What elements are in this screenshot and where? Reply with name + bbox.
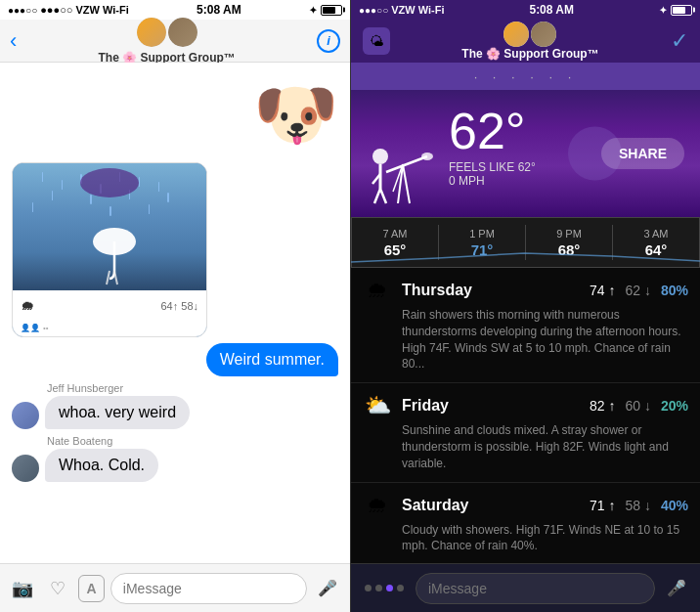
bluetooth-icon-right: ✦	[659, 5, 667, 16]
weather-nav-title: The 🌸 Support Group™	[461, 22, 598, 61]
wind-speed-label: 0 MPH	[449, 174, 680, 188]
avatar-1	[137, 18, 166, 47]
hourly-item-1: 1 PM 71°	[439, 224, 525, 262]
bluetooth-icon: ✦	[309, 5, 317, 16]
svg-line-2	[107, 271, 109, 284]
friday-icon: ⛅	[363, 393, 392, 418]
dot-2[interactable]	[375, 585, 382, 591]
sender-name-nate: Nate Boateng	[47, 435, 338, 447]
weather-card-hilo: 64↑ 58↓	[160, 296, 198, 314]
sender-name-jeff: Jeff Hunsberger	[47, 382, 338, 394]
main-weather-display: 62° FEELS LIKE 62° 0 MPH SHARE	[351, 90, 700, 217]
weather-card-temp: 🌧	[21, 298, 33, 313]
astronomer-figure	[359, 135, 437, 213]
info-button[interactable]: i	[317, 29, 340, 53]
daily-row-friday: ⛅ Friday 82 ↑ 60 ↓ 20% Sunshine and clou…	[351, 383, 700, 482]
heart-button[interactable]: ♡	[43, 573, 72, 604]
signal-icon-right: ●●●○○	[359, 5, 388, 16]
saturday-desc: Cloudy with showers. High 71F. Winds NE …	[402, 522, 688, 555]
dot-4[interactable]	[397, 585, 404, 591]
thursday-lo: 62 ↓	[626, 283, 651, 298]
nate-message: Nate Boateng Whoa. Cold.	[12, 435, 338, 482]
page-dots	[359, 585, 410, 591]
battery-icon	[321, 5, 342, 16]
nav-bar-left: ‹ The 🌸 Support Group™ i	[0, 20, 350, 63]
weather-nav-avatars	[503, 22, 556, 47]
left-imessage-panel: ●●●○○ ●●●○○ VZW Wi-Fi 5:08 AM ✦ ‹ The 🌸 …	[0, 0, 350, 612]
thursday-desc: Rain showers this morning with numerous …	[402, 307, 688, 372]
hourly-strip: 7 AM 65° 1 PM 71° 9 PM 68° 3 AM 64°	[351, 217, 700, 268]
right-weather-panel: ●●●○○ VZW Wi-Fi 5:08 AM ✦ 🌤 The 🌸 Suppor…	[351, 0, 700, 612]
weather-nav: 🌤 The 🌸 Support Group™ ✓	[351, 20, 700, 63]
svg-line-9	[386, 156, 427, 172]
svg-line-7	[374, 189, 380, 203]
daily-row-thursday: 🌧 Thursday 74 ↑ 62 ↓ 80% Rain showers th…	[351, 268, 700, 383]
nate-bubble: Whoa. Cold.	[45, 449, 158, 482]
saturday-pct: 40%	[661, 498, 688, 513]
dot-3[interactable]	[386, 585, 393, 591]
time-right: 5:08 AM	[529, 3, 574, 17]
mic-button[interactable]: 🎤	[313, 573, 342, 604]
time-display: 5:08 AM	[197, 3, 241, 17]
daily-forecast-scroll[interactable]: 🌧 Thursday 74 ↑ 62 ↓ 80% Rain showers th…	[351, 268, 700, 563]
friday-desc: Sunshine and clouds mixed. A stray showe…	[402, 422, 688, 471]
sticker-emoji: 🐶	[253, 80, 338, 149]
saturday-hi: 71 ↑	[590, 498, 615, 513]
dot-1[interactable]	[365, 585, 372, 591]
message-input[interactable]	[110, 573, 307, 604]
status-left: ●●●○○ ●●●○○ VZW Wi-Fi	[8, 4, 129, 16]
hourly-item-3: 3 AM 64°	[613, 224, 699, 262]
signal-icon: ●●●○○	[8, 5, 37, 16]
friday-lo: 60 ↓	[626, 398, 651, 414]
jeff-avatar	[12, 402, 39, 429]
svg-line-3	[114, 271, 117, 284]
mic-button-right[interactable]: 🎤	[661, 573, 692, 604]
jeff-bubble: whoa. very weird	[45, 396, 190, 429]
saturday-icon: 🌧	[363, 493, 392, 518]
svg-point-10	[421, 153, 433, 160]
avatar-2	[168, 18, 197, 47]
friday-hi: 82 ↑	[590, 398, 615, 414]
thursday-name: Thursday	[402, 282, 580, 299]
status-bar-right: ●●●○○ VZW Wi-Fi 5:08 AM ✦	[351, 0, 700, 20]
sticker-message: 🐶	[12, 80, 338, 149]
umbrella-figure	[90, 224, 129, 283]
status-right-right: ✦	[659, 5, 692, 16]
saturday-name: Saturday	[402, 497, 580, 514]
back-button[interactable]: ‹	[10, 28, 17, 54]
jeff-message: Jeff Hunsberger whoa. very weird	[12, 382, 338, 429]
thursday-pct: 80%	[661, 283, 688, 298]
apps-button[interactable]: A	[78, 575, 105, 602]
hourly-strip-wrapper: 7 AM 65° 1 PM 71° 9 PM 68° 3 AM 64°	[351, 217, 700, 268]
hourly-item-0: 7 AM 65°	[352, 224, 438, 262]
weather-card-bottom: 🌧 64↑ 58↓	[13, 290, 206, 320]
svg-point-4	[372, 149, 388, 164]
avatar-right-1	[503, 22, 529, 47]
share-button[interactable]: SHARE	[601, 138, 684, 169]
check-button[interactable]: ✓	[671, 28, 688, 54]
input-bar-left: 📷 ♡ A 🎤	[0, 563, 350, 612]
tab-bar-right: 🎤	[351, 563, 700, 612]
messages-area: 🐶	[0, 63, 350, 563]
weather-card-icons: 👤👤 ••	[13, 320, 206, 336]
saturday-lo: 58 ↓	[626, 498, 651, 513]
outgoing-bubble: Weird summer.	[206, 343, 338, 376]
weather-card-top	[13, 163, 206, 290]
camera-button[interactable]: 📷	[8, 573, 37, 604]
carrier-label: ●●●○○ VZW Wi-Fi	[40, 4, 129, 16]
friday-name: Friday	[402, 397, 580, 415]
nate-avatar	[12, 455, 39, 482]
message-input-right[interactable]	[416, 573, 655, 604]
status-right: ✦	[309, 5, 342, 16]
weather-app-icon: 🌤	[363, 27, 390, 55]
carrier-right: VZW Wi-Fi	[391, 4, 444, 16]
thursday-hi: 74 ↑	[590, 283, 615, 298]
svg-line-12	[403, 164, 410, 203]
battery-icon-right	[671, 5, 692, 16]
svg-line-8	[380, 189, 386, 203]
weather-card-message[interactable]: 🌧 64↑ 58↓ 👤👤 ••	[12, 162, 207, 337]
nav-avatars	[137, 18, 197, 47]
hourly-item-2: 9 PM 68°	[526, 224, 612, 262]
weather-label: · · · · · ·	[474, 69, 578, 84]
friday-pct: 20%	[661, 398, 688, 414]
